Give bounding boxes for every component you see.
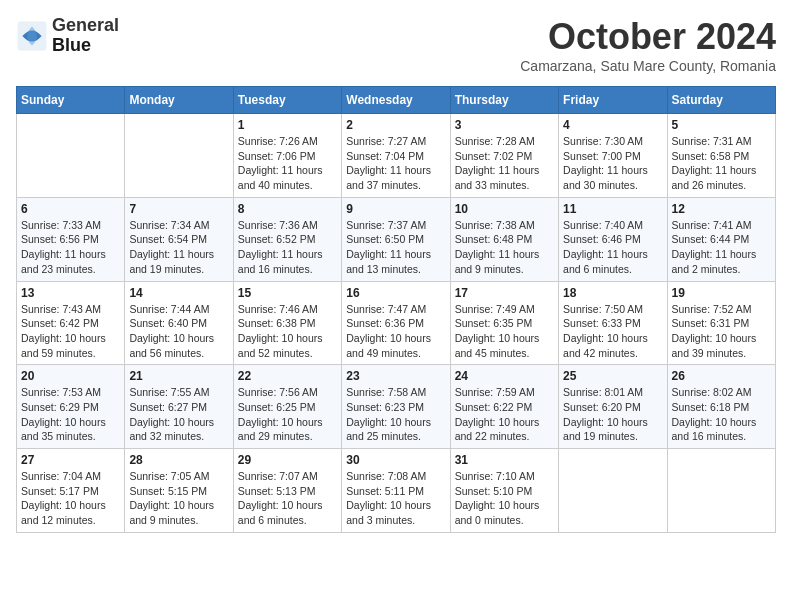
- day-detail: Sunrise: 7:38 AM Sunset: 6:48 PM Dayligh…: [455, 218, 554, 277]
- calendar-cell: 15Sunrise: 7:46 AM Sunset: 6:38 PM Dayli…: [233, 281, 341, 365]
- day-number: 5: [672, 118, 771, 132]
- calendar-cell: 11Sunrise: 7:40 AM Sunset: 6:46 PM Dayli…: [559, 197, 667, 281]
- day-number: 8: [238, 202, 337, 216]
- day-number: 23: [346, 369, 445, 383]
- day-detail: Sunrise: 7:56 AM Sunset: 6:25 PM Dayligh…: [238, 385, 337, 444]
- weekday-header: Tuesday: [233, 87, 341, 114]
- calendar-cell: 27Sunrise: 7:04 AM Sunset: 5:17 PM Dayli…: [17, 449, 125, 533]
- day-number: 16: [346, 286, 445, 300]
- calendar-cell: 3Sunrise: 7:28 AM Sunset: 7:02 PM Daylig…: [450, 114, 558, 198]
- day-number: 7: [129, 202, 228, 216]
- calendar-cell: 2Sunrise: 7:27 AM Sunset: 7:04 PM Daylig…: [342, 114, 450, 198]
- weekday-header: Wednesday: [342, 87, 450, 114]
- calendar-cell: 1Sunrise: 7:26 AM Sunset: 7:06 PM Daylig…: [233, 114, 341, 198]
- calendar-cell: 10Sunrise: 7:38 AM Sunset: 6:48 PM Dayli…: [450, 197, 558, 281]
- calendar-week-row: 27Sunrise: 7:04 AM Sunset: 5:17 PM Dayli…: [17, 449, 776, 533]
- day-detail: Sunrise: 7:58 AM Sunset: 6:23 PM Dayligh…: [346, 385, 445, 444]
- title-block: October 2024 Camarzana, Satu Mare County…: [520, 16, 776, 74]
- calendar-cell: 6Sunrise: 7:33 AM Sunset: 6:56 PM Daylig…: [17, 197, 125, 281]
- day-detail: Sunrise: 7:41 AM Sunset: 6:44 PM Dayligh…: [672, 218, 771, 277]
- calendar-cell: 7Sunrise: 7:34 AM Sunset: 6:54 PM Daylig…: [125, 197, 233, 281]
- calendar-cell: 31Sunrise: 7:10 AM Sunset: 5:10 PM Dayli…: [450, 449, 558, 533]
- day-detail: Sunrise: 7:59 AM Sunset: 6:22 PM Dayligh…: [455, 385, 554, 444]
- day-detail: Sunrise: 7:37 AM Sunset: 6:50 PM Dayligh…: [346, 218, 445, 277]
- day-number: 25: [563, 369, 662, 383]
- day-detail: Sunrise: 7:05 AM Sunset: 5:15 PM Dayligh…: [129, 469, 228, 528]
- day-detail: Sunrise: 7:30 AM Sunset: 7:00 PM Dayligh…: [563, 134, 662, 193]
- day-detail: Sunrise: 7:04 AM Sunset: 5:17 PM Dayligh…: [21, 469, 120, 528]
- day-number: 17: [455, 286, 554, 300]
- day-number: 21: [129, 369, 228, 383]
- day-detail: Sunrise: 7:40 AM Sunset: 6:46 PM Dayligh…: [563, 218, 662, 277]
- day-detail: Sunrise: 7:28 AM Sunset: 7:02 PM Dayligh…: [455, 134, 554, 193]
- logo-text: General Blue: [52, 16, 119, 56]
- month-title: October 2024: [520, 16, 776, 58]
- calendar-cell: 16Sunrise: 7:47 AM Sunset: 6:36 PM Dayli…: [342, 281, 450, 365]
- day-detail: Sunrise: 7:52 AM Sunset: 6:31 PM Dayligh…: [672, 302, 771, 361]
- day-detail: Sunrise: 7:47 AM Sunset: 6:36 PM Dayligh…: [346, 302, 445, 361]
- day-detail: Sunrise: 7:34 AM Sunset: 6:54 PM Dayligh…: [129, 218, 228, 277]
- logo-icon: [16, 20, 48, 52]
- day-detail: Sunrise: 7:10 AM Sunset: 5:10 PM Dayligh…: [455, 469, 554, 528]
- calendar-cell: 20Sunrise: 7:53 AM Sunset: 6:29 PM Dayli…: [17, 365, 125, 449]
- day-number: 29: [238, 453, 337, 467]
- calendar-cell: 22Sunrise: 7:56 AM Sunset: 6:25 PM Dayli…: [233, 365, 341, 449]
- day-number: 20: [21, 369, 120, 383]
- calendar-cell: 19Sunrise: 7:52 AM Sunset: 6:31 PM Dayli…: [667, 281, 775, 365]
- logo-line1: General: [52, 16, 119, 36]
- day-number: 1: [238, 118, 337, 132]
- day-number: 11: [563, 202, 662, 216]
- calendar-cell: 14Sunrise: 7:44 AM Sunset: 6:40 PM Dayli…: [125, 281, 233, 365]
- day-detail: Sunrise: 7:27 AM Sunset: 7:04 PM Dayligh…: [346, 134, 445, 193]
- calendar-cell: [667, 449, 775, 533]
- day-number: 19: [672, 286, 771, 300]
- calendar-cell: 25Sunrise: 8:01 AM Sunset: 6:20 PM Dayli…: [559, 365, 667, 449]
- day-number: 28: [129, 453, 228, 467]
- calendar-week-row: 1Sunrise: 7:26 AM Sunset: 7:06 PM Daylig…: [17, 114, 776, 198]
- day-number: 14: [129, 286, 228, 300]
- calendar-cell: [559, 449, 667, 533]
- day-detail: Sunrise: 7:36 AM Sunset: 6:52 PM Dayligh…: [238, 218, 337, 277]
- page-header: General Blue October 2024 Camarzana, Sat…: [16, 16, 776, 74]
- day-detail: Sunrise: 7:08 AM Sunset: 5:11 PM Dayligh…: [346, 469, 445, 528]
- day-number: 10: [455, 202, 554, 216]
- day-number: 2: [346, 118, 445, 132]
- day-number: 9: [346, 202, 445, 216]
- calendar-week-row: 20Sunrise: 7:53 AM Sunset: 6:29 PM Dayli…: [17, 365, 776, 449]
- day-detail: Sunrise: 7:33 AM Sunset: 6:56 PM Dayligh…: [21, 218, 120, 277]
- day-detail: Sunrise: 7:31 AM Sunset: 6:58 PM Dayligh…: [672, 134, 771, 193]
- day-number: 4: [563, 118, 662, 132]
- logo-line2: Blue: [52, 36, 119, 56]
- day-detail: Sunrise: 7:53 AM Sunset: 6:29 PM Dayligh…: [21, 385, 120, 444]
- day-number: 22: [238, 369, 337, 383]
- calendar-cell: 8Sunrise: 7:36 AM Sunset: 6:52 PM Daylig…: [233, 197, 341, 281]
- weekday-header: Monday: [125, 87, 233, 114]
- calendar-cell: 28Sunrise: 7:05 AM Sunset: 5:15 PM Dayli…: [125, 449, 233, 533]
- calendar-cell: 23Sunrise: 7:58 AM Sunset: 6:23 PM Dayli…: [342, 365, 450, 449]
- day-number: 27: [21, 453, 120, 467]
- calendar-cell: 4Sunrise: 7:30 AM Sunset: 7:00 PM Daylig…: [559, 114, 667, 198]
- calendar-table: SundayMondayTuesdayWednesdayThursdayFrid…: [16, 86, 776, 533]
- day-number: 13: [21, 286, 120, 300]
- day-number: 15: [238, 286, 337, 300]
- calendar-cell: 17Sunrise: 7:49 AM Sunset: 6:35 PM Dayli…: [450, 281, 558, 365]
- calendar-cell: 5Sunrise: 7:31 AM Sunset: 6:58 PM Daylig…: [667, 114, 775, 198]
- calendar-cell: 18Sunrise: 7:50 AM Sunset: 6:33 PM Dayli…: [559, 281, 667, 365]
- day-number: 12: [672, 202, 771, 216]
- day-detail: Sunrise: 7:44 AM Sunset: 6:40 PM Dayligh…: [129, 302, 228, 361]
- day-number: 6: [21, 202, 120, 216]
- weekday-header: Sunday: [17, 87, 125, 114]
- day-detail: Sunrise: 7:55 AM Sunset: 6:27 PM Dayligh…: [129, 385, 228, 444]
- location: Camarzana, Satu Mare County, Romania: [520, 58, 776, 74]
- weekday-header: Friday: [559, 87, 667, 114]
- day-detail: Sunrise: 7:50 AM Sunset: 6:33 PM Dayligh…: [563, 302, 662, 361]
- calendar-cell: 21Sunrise: 7:55 AM Sunset: 6:27 PM Dayli…: [125, 365, 233, 449]
- calendar-cell: 30Sunrise: 7:08 AM Sunset: 5:11 PM Dayli…: [342, 449, 450, 533]
- calendar-week-row: 6Sunrise: 7:33 AM Sunset: 6:56 PM Daylig…: [17, 197, 776, 281]
- weekday-header: Thursday: [450, 87, 558, 114]
- day-number: 31: [455, 453, 554, 467]
- day-number: 30: [346, 453, 445, 467]
- calendar-week-row: 13Sunrise: 7:43 AM Sunset: 6:42 PM Dayli…: [17, 281, 776, 365]
- day-number: 18: [563, 286, 662, 300]
- calendar-cell: 9Sunrise: 7:37 AM Sunset: 6:50 PM Daylig…: [342, 197, 450, 281]
